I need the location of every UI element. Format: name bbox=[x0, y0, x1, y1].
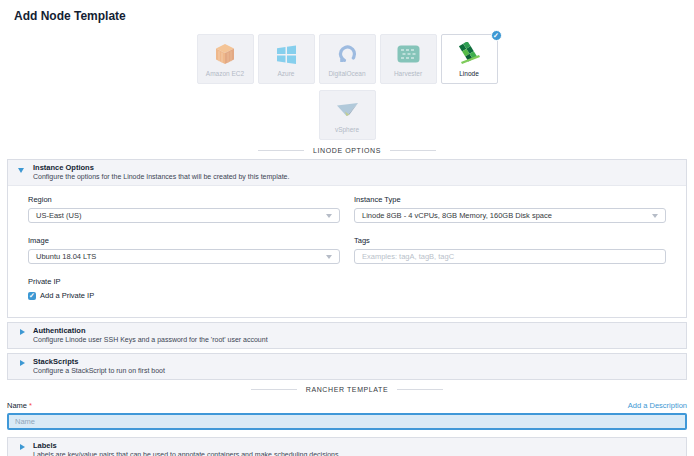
provider-card-azure[interactable]: Azure bbox=[258, 34, 315, 84]
private-ip-label: Private IP bbox=[28, 277, 666, 286]
provider-card-harvester[interactable]: Harvester bbox=[380, 34, 437, 84]
page-title: Add Node Template bbox=[7, 0, 687, 23]
azure-icon bbox=[276, 41, 297, 67]
provider-card-label: Harvester bbox=[394, 70, 422, 77]
instance-options-content: Region US-East (US) Instance Type Linode… bbox=[8, 186, 686, 317]
provider-card-linode[interactable]: ✓ Linode bbox=[441, 34, 498, 84]
name-field-header: Name * Add a Description bbox=[7, 401, 687, 410]
linode-icon bbox=[457, 41, 481, 67]
add-private-ip-checkbox-row[interactable]: ✓ Add a Private IP bbox=[28, 291, 666, 300]
tags-input-wrap bbox=[354, 249, 666, 264]
chevron-down-icon bbox=[18, 168, 24, 173]
private-ip-field: Private IP ✓ Add a Private IP bbox=[28, 277, 666, 300]
name-input[interactable] bbox=[15, 417, 679, 426]
divider-line bbox=[258, 150, 304, 151]
linode-options-heading: LINODE OPTIONS bbox=[7, 147, 687, 154]
image-label: Image bbox=[28, 236, 340, 245]
region-label: Region bbox=[28, 195, 340, 204]
provider-card-digitalocean[interactable]: DigitalOcean bbox=[319, 34, 376, 84]
add-private-ip-checkbox-label: Add a Private IP bbox=[40, 291, 94, 300]
provider-card-label: Azure bbox=[278, 70, 295, 77]
image-select[interactable]: Ubuntu 18.04 LTS bbox=[28, 249, 340, 264]
add-description-link[interactable]: Add a Description bbox=[628, 401, 687, 410]
instance-type-select[interactable]: Linode 8GB - 4 vCPUs, 8GB Memory, 160GB … bbox=[354, 208, 666, 223]
tags-input[interactable] bbox=[362, 252, 658, 261]
rancher-template-heading: RANCHER TEMPLATE bbox=[7, 386, 687, 393]
chevron-right-icon bbox=[20, 329, 25, 335]
chevron-right-icon bbox=[20, 444, 25, 450]
provider-card-amazon-ec2[interactable]: Amazon EC2 bbox=[197, 34, 254, 84]
instance-options-accordion-header[interactable]: Instance Options Configure the options f… bbox=[8, 160, 686, 186]
provider-card-label: Amazon EC2 bbox=[206, 70, 244, 77]
provider-cards-row-1: Amazon EC2 Azure DigitalOcean bbox=[7, 34, 687, 84]
provider-card-vsphere[interactable]: vSphere bbox=[319, 90, 376, 140]
vsphere-icon bbox=[336, 97, 359, 123]
selected-check-icon: ✓ bbox=[491, 30, 502, 41]
chevron-right-icon bbox=[20, 360, 25, 366]
divider-line bbox=[390, 150, 436, 151]
instance-type-label: Instance Type bbox=[354, 195, 666, 204]
name-label: Name * bbox=[7, 401, 32, 410]
provider-cards-row-2: vSphere bbox=[7, 90, 687, 140]
image-field: Image Ubuntu 18.04 LTS bbox=[28, 236, 340, 264]
provider-card-label: DigitalOcean bbox=[328, 70, 365, 77]
divider-line bbox=[251, 389, 297, 390]
harvester-icon bbox=[397, 41, 420, 67]
stackscripts-accordion-header[interactable]: StackScripts Configure a StackScript to … bbox=[7, 353, 687, 380]
checkbox-checked-icon[interactable]: ✓ bbox=[28, 292, 36, 300]
divider-line bbox=[397, 389, 443, 390]
authentication-accordion-header[interactable]: Authentication Configure Linode user SSH… bbox=[7, 322, 687, 349]
chevron-down-icon bbox=[326, 255, 332, 259]
tags-label: Tags bbox=[354, 236, 666, 245]
instance-options-section: Instance Options Configure the options f… bbox=[7, 159, 687, 318]
add-node-template-page: Add Node Template Amazon EC2 bbox=[0, 0, 694, 456]
region-select[interactable]: US-East (US) bbox=[28, 208, 340, 223]
instance-type-field: Instance Type Linode 8GB - 4 vCPUs, 8GB … bbox=[354, 195, 666, 223]
digitalocean-icon bbox=[337, 41, 358, 67]
chevron-down-icon bbox=[326, 214, 332, 218]
provider-card-label: vSphere bbox=[335, 126, 359, 133]
provider-card-label: Linode bbox=[459, 70, 479, 77]
tags-field: Tags bbox=[354, 236, 666, 264]
amazon-ec2-icon bbox=[215, 41, 235, 67]
required-asterisk: * bbox=[29, 401, 32, 410]
labels-accordion-header[interactable]: Labels Labels are key/value pairs that c… bbox=[7, 437, 687, 456]
name-input-wrap bbox=[7, 413, 687, 430]
chevron-down-icon bbox=[652, 214, 658, 218]
region-field: Region US-East (US) bbox=[28, 195, 340, 223]
